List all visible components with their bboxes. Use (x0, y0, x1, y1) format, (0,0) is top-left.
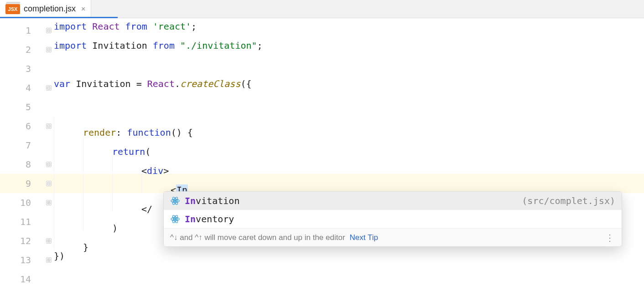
svg-point-0 (174, 200, 176, 202)
completion-hint: ^↓ and ^↑ will move caret down and up in… (170, 233, 345, 242)
line-number: 1 (0, 21, 44, 40)
completion-popup: Invitation (src/complet.jsx) Inventory ^… (163, 191, 622, 247)
completion-label: Invitation (185, 195, 239, 206)
completion-label: Inventory (185, 214, 234, 225)
code-line-active[interactable]: <In (54, 174, 644, 193)
fold-marker[interactable] (44, 250, 54, 270)
fold-marker[interactable] (44, 174, 54, 193)
code-line[interactable]: import Invitation from "./invitation"; (54, 40, 644, 59)
react-icon (170, 214, 180, 224)
line-number: 9 (0, 174, 44, 193)
line-number: 6 (0, 117, 44, 136)
kebab-icon[interactable]: ⋮ (605, 232, 615, 243)
line-number: 13 (0, 250, 44, 270)
code-line[interactable]: return( (54, 136, 644, 155)
line-number: 12 (0, 231, 44, 250)
fold-marker[interactable] (44, 155, 54, 174)
code-line[interactable]: <div> (54, 155, 644, 174)
completion-tail: (src/complet.jsx) (522, 195, 615, 206)
fold-marker[interactable] (44, 78, 54, 97)
close-icon[interactable]: × (81, 5, 85, 13)
jsx-file-icon: JSX (5, 4, 20, 14)
line-number: 11 (0, 212, 44, 231)
fold-marker[interactable] (44, 40, 54, 59)
line-number: 5 (0, 97, 44, 117)
code-line[interactable] (54, 59, 644, 78)
code-line[interactable]: }) (54, 250, 644, 270)
code-line[interactable] (54, 270, 644, 286)
react-icon (170, 196, 180, 206)
fold-marker[interactable] (44, 231, 54, 250)
fold-marker[interactable] (44, 193, 54, 212)
tab-filename: completion.jsx (24, 4, 76, 14)
code-area[interactable]: import React from 'react'; import Invita… (54, 18, 644, 286)
editor-tab[interactable]: JSX completion.jsx × (0, 0, 91, 18)
fold-marker[interactable] (44, 21, 54, 40)
code-line[interactable]: import React from 'react'; (54, 21, 644, 40)
gutter: 1 2 3 4 5 6 7 8 9 10 11 12 13 14 (0, 18, 44, 286)
line-number: 2 (0, 40, 44, 59)
code-line[interactable]: var Invitation = React.createClass({ (54, 78, 644, 97)
line-number: 8 (0, 155, 44, 174)
code-line[interactable]: render: function() { (54, 117, 644, 136)
line-number: 3 (0, 59, 44, 78)
editor: 1 2 3 4 5 6 7 8 9 10 11 12 13 14 import … (0, 18, 644, 286)
svg-point-4 (174, 218, 176, 220)
completion-footer: ^↓ and ^↑ will move caret down and up in… (164, 228, 622, 246)
line-number: 4 (0, 78, 44, 97)
line-number: 14 (0, 270, 44, 286)
fold-column (44, 18, 54, 286)
code-line[interactable] (54, 97, 644, 117)
completion-item[interactable]: Invitation (src/complet.jsx) (164, 192, 622, 210)
line-number: 7 (0, 136, 44, 155)
line-number: 10 (0, 193, 44, 212)
fold-marker[interactable] (44, 117, 54, 136)
completion-item[interactable]: Inventory (164, 210, 622, 228)
next-tip-link[interactable]: Next Tip (350, 233, 378, 242)
tab-bar: JSX completion.jsx × (0, 0, 644, 18)
